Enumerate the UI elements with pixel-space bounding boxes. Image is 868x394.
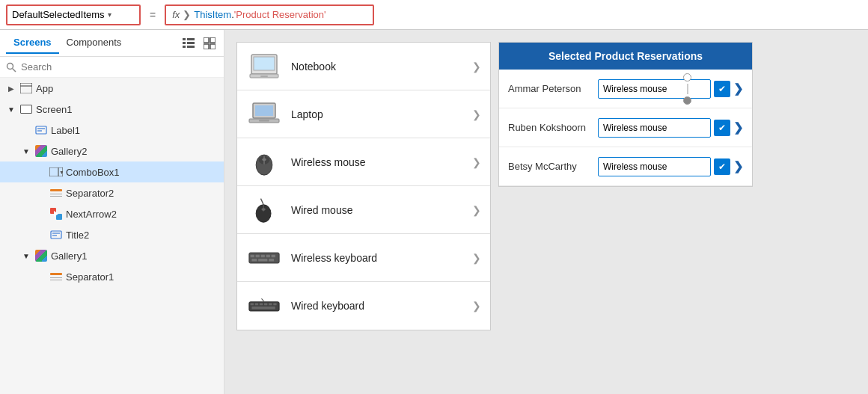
svg-rect-54 (258, 258, 267, 261)
product-item-laptop[interactable]: Laptop ❯ (237, 90, 490, 138)
svg-rect-2 (183, 42, 186, 44)
formula-separator: ❯ (183, 9, 191, 20)
betsy-select[interactable]: Wireless mouse (598, 157, 711, 176)
expand-icon: ▼ (21, 250, 31, 261)
svg-rect-59 (260, 304, 263, 306)
search-box (0, 57, 224, 78)
svg-rect-8 (204, 44, 209, 49)
svg-rect-60 (264, 304, 267, 306)
betsy-name: Betsy McCarthy (508, 161, 590, 172)
tree-label-title2: Title2 (66, 230, 89, 241)
notebook-icon (246, 51, 282, 82)
tree-label-screen1: Screen1 (36, 104, 72, 115)
tree-item-title2[interactable]: Title2 (0, 224, 224, 245)
tree-item-screen1[interactable]: ▼ Screen1 (0, 99, 224, 120)
ammar-dropdown[interactable]: Wireless mouse (598, 79, 711, 99)
svg-rect-14 (36, 126, 46, 134)
ammar-combo-btn[interactable]: ✔ (714, 81, 730, 97)
svg-rect-4 (183, 46, 186, 48)
ruben-name: Ruben Kokshoorn (508, 122, 590, 133)
svg-rect-21 (50, 194, 62, 194)
ruben-combo-btn[interactable]: ✔ (714, 120, 730, 136)
svg-rect-33 (254, 57, 275, 70)
product-item-wired-mouse[interactable]: Wired mouse ❯ (237, 186, 490, 234)
grid-view-icon[interactable] (201, 35, 218, 52)
ruben-combo-container: Wireless mouse ✔ ❯ (598, 118, 743, 138)
laptop-icon (246, 99, 282, 130)
betsy-chevron: ❯ (733, 159, 743, 173)
product-item-notebook[interactable]: Notebook ❯ (237, 43, 490, 90)
product-item-wireless-mouse[interactable]: Wireless mouse ❯ (237, 138, 490, 186)
scroll-circle-top (683, 73, 691, 81)
canvas-area: Notebook ❯ Laptop ❯ (224, 30, 868, 394)
svg-rect-37 (255, 105, 273, 116)
tree-label-combobox1: ComboBox1 (66, 167, 120, 178)
svg-rect-5 (187, 46, 195, 48)
screen-icon (19, 102, 33, 116)
tree-item-gallery2[interactable]: ▼ Gallery2 (0, 141, 224, 161)
wireless-mouse-name: Wireless mouse (291, 156, 463, 168)
wireless-mouse-chevron: ❯ (472, 156, 481, 168)
search-input[interactable] (21, 61, 218, 73)
expand-icon: ▼ (21, 146, 31, 156)
product-list: Notebook ❯ Laptop ❯ (236, 42, 491, 330)
formula-string: 'Product Reservation' (234, 9, 326, 20)
svg-rect-58 (255, 304, 258, 306)
tree-item-app[interactable]: ▶ App (0, 78, 224, 99)
tree-item-separator2[interactable]: Separator2 (0, 182, 224, 203)
expand-icon (36, 188, 46, 198)
search-icon (6, 62, 16, 73)
tree-item-gallery1[interactable]: ▼ Gallery1 (0, 245, 224, 266)
svg-point-10 (7, 63, 13, 69)
expand-icon (36, 230, 46, 240)
ruben-select[interactable]: Wireless mouse (598, 118, 711, 138)
formula-bar[interactable]: fx ❯ ThisItem.'Product Reservation' (165, 4, 374, 25)
reservation-row-ammar: Ammar Peterson Wireless mouse ✔ (499, 70, 752, 108)
svg-rect-52 (272, 254, 275, 257)
svg-rect-1 (187, 38, 195, 40)
reservation-row-betsy: Betsy McCarthy Wireless mouse ✔ ❯ (499, 147, 752, 186)
separator1-icon (49, 270, 63, 283)
ammar-combo-container: Wireless mouse ✔ ❯ (598, 79, 743, 99)
combobox-icon: ▼ (49, 165, 63, 179)
svg-rect-35 (260, 76, 268, 77)
tab-screens[interactable]: Screens (6, 32, 59, 54)
svg-rect-29 (50, 273, 62, 275)
fx-icon: fx (172, 9, 180, 20)
tab-components[interactable]: Components (59, 32, 129, 54)
expand-icon (36, 167, 46, 177)
notebook-name: Notebook (291, 61, 463, 73)
label-icon (34, 123, 48, 137)
separator-icon (49, 186, 63, 200)
svg-rect-20 (50, 189, 62, 191)
tree-item-label1[interactable]: Label1 (0, 120, 224, 141)
wired-keyboard-chevron: ❯ (472, 300, 481, 312)
expand-icon (21, 125, 31, 135)
scroll-track (687, 84, 688, 94)
product-item-wireless-keyboard[interactable]: Wireless keyboard ❯ (237, 234, 490, 282)
tree-item-combobox1[interactable]: ▼ ComboBox1 (0, 161, 224, 182)
svg-rect-61 (269, 304, 272, 306)
svg-rect-24 (56, 214, 62, 220)
property-dropdown[interactable]: DefaultSelectedItems ▾ (6, 4, 141, 25)
svg-rect-3 (187, 42, 195, 44)
tree-label-separator1: Separator1 (66, 271, 114, 283)
svg-rect-47 (249, 253, 279, 263)
svg-rect-30 (50, 277, 62, 278)
betsy-combo-btn[interactable]: ✔ (714, 158, 730, 175)
expand-icon (36, 271, 46, 282)
svg-rect-51 (266, 254, 270, 257)
formula-text: ThisItem.'Product Reservation' (194, 9, 326, 20)
svg-point-43 (262, 158, 266, 161)
equals-sign: = (147, 9, 159, 21)
sidebar-tab-icons (180, 35, 218, 52)
svg-rect-12 (20, 83, 32, 93)
title2-icon (49, 228, 63, 241)
formula-keyword: ThisItem (194, 9, 231, 20)
wireless-keyboard-icon (246, 242, 282, 274)
wireless-keyboard-chevron: ❯ (472, 252, 481, 264)
list-view-icon[interactable] (180, 35, 197, 52)
product-item-wired-keyboard[interactable]: Wired keyboard ❯ (237, 282, 490, 330)
tree-item-separator1[interactable]: Separator1 (0, 266, 224, 287)
tree-item-nextarrow2[interactable]: NextArrow2 (0, 203, 224, 224)
